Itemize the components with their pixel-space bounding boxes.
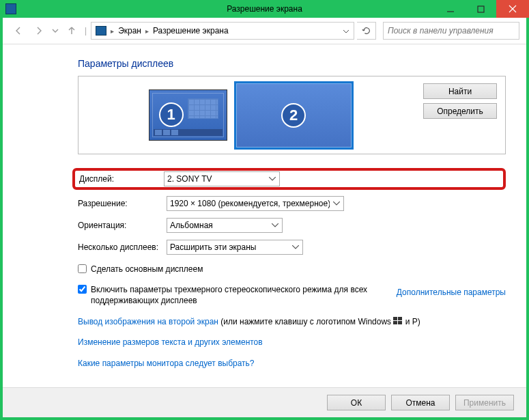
help-link[interactable]: Какие параметры монитора следует выбрать…	[78, 359, 255, 368]
multiple-displays-row: Несколько дисплеев: Расширить эти экраны	[78, 236, 506, 258]
taskbar-icon	[154, 129, 223, 136]
cancel-button[interactable]: Отмена	[391, 395, 450, 410]
display-row-highlighted: Дисплей: 2. SONY TV	[72, 168, 506, 190]
identify-button[interactable]: Определить	[423, 103, 497, 119]
resolution-row: Разрешение: 1920 × 1080 (рекомендуется, …	[78, 193, 506, 214]
history-dropdown[interactable]	[51, 22, 60, 40]
display-thumbnail-2[interactable]: 2	[234, 81, 354, 150]
refresh-button[interactable]	[357, 22, 376, 40]
content-area: Параметры дисплеев 1 2 Найти Определить …	[3, 44, 526, 387]
display-number: 1	[159, 102, 184, 127]
stereo-row: Включить параметры трехмерного стереоско…	[78, 279, 506, 306]
display-icon	[96, 26, 106, 36]
orientation-select[interactable]: Альбомная	[167, 218, 283, 233]
settings-form: Дисплей: 2. SONY TV Разрешение: 1920 × 1…	[78, 168, 506, 369]
minimize-button[interactable]	[435, 0, 466, 18]
stereo-label[interactable]: Включить параметры трехмерного стереоско…	[91, 284, 378, 306]
chevron-right-icon: ▸	[145, 27, 149, 35]
footer-buttons: ОК Отмена Применить	[3, 387, 526, 417]
preview-area: 1 2	[78, 76, 423, 154]
make-primary-checkbox[interactable]	[78, 264, 87, 273]
breadcrumb-dropdown-icon[interactable]	[343, 26, 349, 36]
navbar: | ▸ Экран ▸ Разрешение экрана	[3, 18, 526, 44]
window-title: Разрешение экрана	[227, 4, 302, 14]
control-panel-icon	[5, 3, 16, 14]
help-paragraph: Какие параметры монитора следует выбрать…	[78, 358, 506, 369]
apply-button[interactable]: Применить	[455, 395, 514, 410]
forward-button[interactable]	[30, 22, 48, 40]
display-number: 2	[281, 103, 306, 128]
make-primary-row: Сделать основным дисплеем	[78, 264, 506, 275]
multiple-displays-select[interactable]: Расширить эти экраны	[167, 240, 303, 255]
display-preview-panel: 1 2 Найти Определить	[78, 76, 506, 154]
desktop-tiles-icon	[188, 98, 218, 119]
chevron-right-icon: ▸	[111, 27, 114, 35]
display-select[interactable]: 2. SONY TV	[164, 171, 280, 186]
multiple-label: Несколько дисплеев:	[78, 242, 167, 252]
svg-rect-0	[478, 6, 484, 12]
window-controls	[435, 0, 529, 18]
breadcrumb-item[interactable]: Разрешение экрана	[153, 26, 229, 36]
ok-button[interactable]: ОК	[327, 395, 386, 410]
display-label: Дисплей:	[79, 174, 164, 184]
orientation-label: Ориентация:	[78, 221, 167, 230]
breadcrumb-item[interactable]: Экран	[118, 26, 141, 36]
project-link[interactable]: Вывод изображения на второй экран	[78, 317, 218, 326]
close-button[interactable]	[496, 0, 529, 18]
back-button[interactable]	[10, 22, 27, 40]
project-suffix: и P)	[403, 317, 420, 326]
detect-button[interactable]: Найти	[423, 83, 497, 99]
preview-buttons: Найти Определить	[423, 76, 505, 154]
advanced-settings-link[interactable]: Дополнительные параметры	[397, 288, 506, 297]
orientation-row: Ориентация: Альбомная	[78, 214, 506, 236]
display-settings-window: Разрешение экрана | ▸	[0, 0, 529, 420]
maximize-button[interactable]	[466, 0, 496, 18]
windows-key-icon	[393, 317, 403, 325]
display-thumbnail-1[interactable]: 1	[149, 89, 227, 141]
section-title: Параметры дисплеев	[78, 58, 506, 69]
project-text: (или нажмите клавишу с логотипом Windows	[218, 317, 393, 326]
titlebar: Разрешение экрана	[0, 0, 529, 18]
nav-separator: |	[85, 26, 87, 36]
text-size-link[interactable]: Изменение размеров текста и других элеме…	[78, 337, 263, 347]
up-button[interactable]	[63, 22, 81, 40]
search-input[interactable]	[383, 22, 519, 40]
resolution-select[interactable]: 1920 × 1080 (рекомендуется, трехмерное)	[167, 196, 344, 211]
project-paragraph: Вывод изображения на второй экран (или н…	[78, 316, 506, 328]
make-primary-label[interactable]: Сделать основным дисплеем	[91, 264, 203, 275]
resolution-label: Разрешение:	[78, 199, 167, 208]
breadcrumb[interactable]: ▸ Экран ▸ Разрешение экрана	[91, 22, 354, 40]
stereo-checkbox[interactable]	[78, 285, 87, 294]
text-size-paragraph: Изменение размеров текста и других элеме…	[78, 337, 506, 348]
